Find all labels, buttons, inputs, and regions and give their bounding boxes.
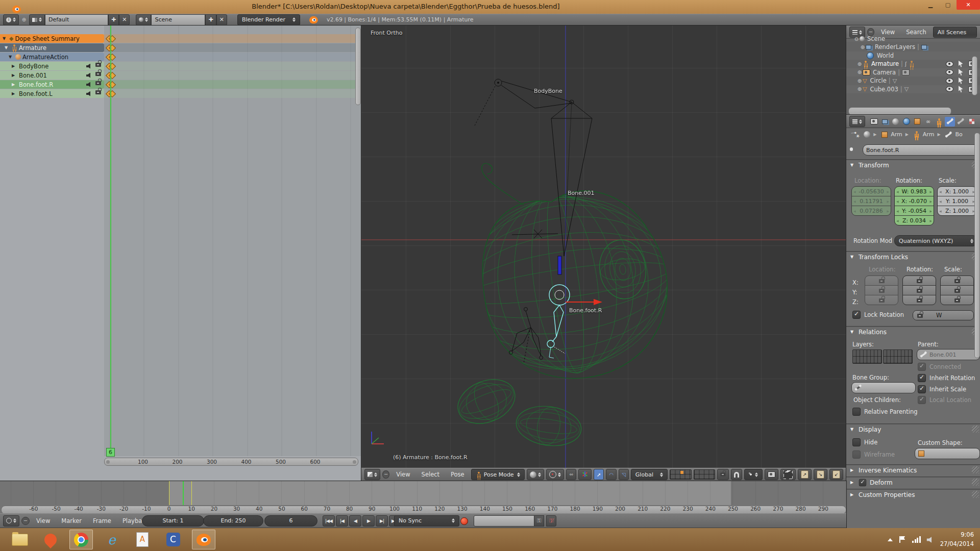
lock-location-y-button[interactable] [865,286,898,295]
taskbar-blender[interactable] [192,530,215,549]
editor-type-button-properties[interactable] [849,116,865,127]
visibility-eye-icon[interactable] [946,86,953,92]
add-icon[interactable]: ⊕ [21,17,27,22]
tab-scene[interactable] [891,117,901,127]
viewport-canvas[interactable]: Front Ortho BodyBone Bone.001 Bone.foot.… [361,26,846,468]
tray-clock[interactable]: 9:06 27/04/2014 [940,531,974,548]
action-center-flag-icon[interactable] [899,536,905,543]
editor-type-button-info[interactable]: i [3,14,19,26]
lock-location-x-button[interactable] [865,276,898,285]
layout-add-button[interactable]: ✚ [108,14,119,26]
timeline-region[interactable] [0,481,846,505]
editor-type-button-3d-view[interactable] [364,469,380,480]
tab-bone-constraints[interactable] [955,117,966,127]
connected-checkbox[interactable] [918,363,926,371]
expand-triangle-icon[interactable]: ▶ [12,91,17,96]
previous-keyframe-button[interactable]: |◀ [336,515,348,527]
parent-field[interactable]: Bone.001 [917,349,980,360]
panel-deform[interactable]: ▶Deform [846,477,980,487]
taskbar-blue-c-app[interactable]: C [161,530,185,549]
selectable-cursor-icon[interactable] [959,61,964,67]
collapse-triangle-icon[interactable]: ▼ [3,36,8,41]
channel-armature-action[interactable]: ▼ ArmatureAction [0,53,104,61]
menu-search[interactable]: Search [901,29,931,36]
render-engine-dropdown[interactable]: Blender Render [237,14,300,26]
close-button[interactable]: ✕ [957,0,980,10]
menu-view[interactable]: View [876,29,899,36]
taskbar-origin[interactable] [39,530,62,549]
scene-browse-button[interactable] [136,14,151,26]
lock-scale-y-button[interactable] [941,286,973,295]
panel-relations[interactable]: ▼Relations [846,327,980,337]
lock-rotation-w-button[interactable]: W [913,311,973,320]
taskbar-file-explorer[interactable] [8,530,32,549]
layout-delete-button[interactable]: ✕ [119,14,130,26]
title-bar[interactable]: Blender* [C:\Users\Roldan\Desktop\Nueva … [0,0,980,14]
outliner-item-camera[interactable]: ⊕ Camera | [846,68,980,77]
lock-rotation-y-button[interactable] [903,286,936,295]
outliner-vertical-scrollbar[interactable] [972,56,977,95]
tab-render[interactable] [869,117,879,127]
maximize-button[interactable]: ▢ [939,0,957,10]
panel-transform[interactable]: ▼Transform [846,160,980,170]
channel-bone-001[interactable]: ▶ Bone.001 [0,71,104,80]
collapse-triangle-icon[interactable]: ▼ [5,45,10,50]
keying-set-field[interactable] [474,515,537,527]
rotation-w-field[interactable]: W: 0.983 [895,187,934,196]
tab-render-layers[interactable] [879,117,890,127]
show-hidden-icons-button[interactable] [888,538,893,541]
mute-speaker-icon[interactable] [86,82,92,87]
viewport-3d[interactable]: Front Ortho BodyBone Bone.001 Bone.foot.… [361,26,846,481]
inherit-rotation-checkbox[interactable] [918,374,926,382]
lock-channel-icon[interactable] [95,72,101,76]
expand-icon[interactable]: ⊕ [856,78,863,84]
mode-dropdown[interactable]: Pose Mode [471,469,525,480]
paste-pose-button[interactable]: ↘ [814,469,827,480]
layout-browse-button[interactable] [29,14,45,26]
tab-armature-data[interactable] [934,117,944,127]
snap-element-dropdown[interactable] [744,469,763,480]
channel-bodybone[interactable]: ▶ BodyBone [0,62,104,70]
selectable-cursor-icon[interactable] [959,78,964,84]
scene-name-field[interactable]: Scene [151,14,205,26]
channel-dope-sheet-summary[interactable]: ▼ ◆ Dope Sheet Summary [0,34,104,43]
scale-y-field[interactable]: Y: 1.000 [938,196,976,206]
paste-flipped-pose-button[interactable]: ↙ [829,469,843,480]
timeline-editor[interactable]: -60-50-40-30-20-100102030405060708090100… [0,481,846,528]
outliner-item-scene[interactable]: ⊖ Scene [846,36,980,42]
expand-triangle-icon[interactable]: ▶ [12,82,17,87]
properties-editor[interactable]: ∞ 📍︎✶ ▶ Arm ▶ Arm ▶ Bo Bone.foot.R ▼Tran… [846,115,980,528]
tab-material[interactable] [967,117,977,127]
menu-view[interactable]: View [391,471,414,478]
visibility-eye-icon[interactable] [946,61,953,67]
location-x-field[interactable]: -0.05630 [852,187,891,196]
network-signal-icon[interactable] [912,536,921,543]
tab-object[interactable] [912,117,922,127]
breadcrumb-bone[interactable]: Bo [955,131,962,138]
expand-triangle-icon[interactable]: ▶ [12,64,17,68]
manipulator-axes-button[interactable] [578,469,592,480]
rotation-y-field[interactable]: Y: -0.054 [895,206,934,215]
outliner-editor[interactable]: − View Search All Scenes ⊖ Scene ⊕ Rende… [846,26,980,115]
collapse-menus-icon[interactable]: − [382,470,389,479]
copy-pose-button[interactable]: ↗ [798,469,812,480]
taskbar-chrome[interactable] [69,530,93,549]
lock-rotation-z-button[interactable] [903,295,936,305]
current-frame-line[interactable] [183,481,184,505]
outliner-item-circle[interactable]: ⊕ ▽ Circle | ▽ [846,77,980,85]
render-opengl-button[interactable] [765,469,778,480]
layout-name-field[interactable]: Default [45,14,108,26]
selectable-cursor-icon[interactable] [959,69,964,76]
scale-z-field[interactable]: Z: 1.000 [938,206,976,215]
relative-parenting-checkbox[interactable] [852,408,861,416]
start-frame-field[interactable]: Start: 1 [142,515,204,527]
minimize-button[interactable]: ▁ [922,0,939,10]
viewport-shading-dropdown[interactable] [527,469,544,480]
mute-speaker-icon[interactable] [86,91,92,96]
tab-bone[interactable] [945,117,955,127]
visibility-eye-icon[interactable] [946,78,953,84]
lock-scale-z-button[interactable] [941,295,973,305]
volume-speaker-icon[interactable] [927,537,934,543]
outliner-horizontal-scrollbar[interactable] [848,107,951,115]
selectable-cursor-icon[interactable] [959,86,964,92]
